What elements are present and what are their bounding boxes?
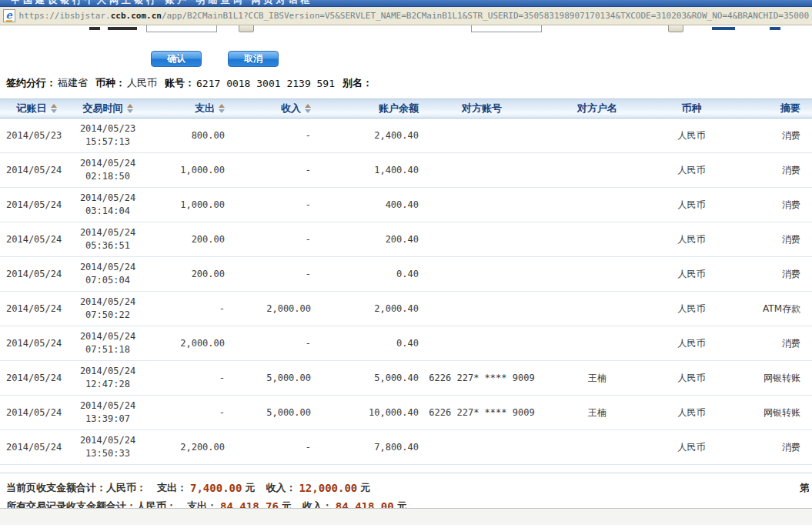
calendar-button[interactable] (239, 25, 254, 32)
in-label: 收入： (266, 481, 296, 495)
cell-balance: 2,000.40 (317, 303, 425, 314)
cell-currency: 人民币 (656, 441, 727, 454)
cell-balance: 2,400.40 (317, 130, 425, 141)
cell-balance: 10,000.40 (317, 407, 425, 418)
cell-balance: 400.40 (317, 199, 425, 210)
col-txn-time[interactable]: 交易时间 (73, 102, 142, 115)
cell-post-date: 2014/05/24 (0, 373, 73, 383)
calendar-button[interactable] (668, 25, 683, 32)
cell-in: - (231, 269, 317, 279)
cell-currency: 人民币 (656, 337, 727, 350)
alias-label: 别名： (343, 76, 373, 90)
sort-icon[interactable] (305, 104, 311, 113)
cell-currency: 人民币 (656, 199, 727, 212)
cell-currency: 人民币 (656, 372, 727, 385)
clipped-link-fragment[interactable] (712, 27, 735, 30)
current-page-total-line: 当前页收支金额合计： 人民币： 支出： 7,400.00 元 收入： 12,00… (0, 473, 812, 500)
end-date-input[interactable] (471, 25, 542, 32)
out-label: 支出： (157, 481, 187, 495)
start-date-input[interactable] (146, 25, 217, 32)
cell-out: 1,000.00 (142, 165, 231, 175)
address-bar[interactable]: e https://ibsbjstar.ccb.com.cn/app/B2CMa… (0, 7, 812, 25)
account-number: 6217 0018 3001 2139 591 (196, 78, 335, 89)
cell-summary: ATM存款 (727, 302, 812, 316)
clipped-label-fragment (89, 27, 100, 30)
cell-balance: 0.40 (317, 338, 425, 349)
unit: 元 (360, 481, 370, 495)
table-row[interactable]: 2014/05/24 2014/05/2407:50:22 - 2,000.00… (0, 292, 812, 326)
cell-txn-time: 2014/05/2407:51:18 (73, 330, 142, 356)
branch-value: 福建省 (58, 76, 88, 90)
in-total: 84,418.00 (336, 500, 394, 508)
table-row[interactable]: 2014/05/24 2014/05/2407:51:18 2,000.00 -… (0, 326, 812, 361)
cell-balance: 1,400.40 (317, 165, 425, 175)
clipped-label-fragment (108, 27, 137, 30)
cell-txn-time: 2014/05/2413:39:07 (73, 399, 142, 426)
cell-summary: 消费 (727, 129, 812, 142)
col-out[interactable]: 支出 (142, 102, 231, 115)
in-label: 收入： (302, 500, 332, 508)
cell-currency: 人民币 (656, 268, 727, 281)
clipped-link-fragment[interactable] (770, 27, 780, 30)
branch-label: 签约分行： (6, 76, 56, 90)
cell-cp-account: 6226 227* **** 9009 (425, 373, 539, 383)
dialog-bottom-band (0, 508, 812, 525)
account-info-line: 签约分行： 福建省 币种： 人民币 账号： 6217 0018 3001 213… (6, 76, 812, 90)
cell-out: 1,000.00 (142, 199, 231, 210)
cell-post-date: 2014/05/24 (0, 338, 73, 349)
out-total: 84,418.76 (220, 500, 279, 508)
cell-in: 5,000.00 (231, 373, 317, 383)
cell-in: - (231, 338, 317, 349)
sort-icon[interactable] (51, 104, 57, 113)
cell-summary: 消费 (727, 199, 812, 212)
table-row[interactable]: 2014/05/24 2014/05/2403:14:04 1,000.00 -… (0, 188, 812, 222)
all-records-total-line-clipped: 所有交易记录收支金额合计： 人民币： 支出： 84,418.76 元 收入： 8… (0, 500, 812, 508)
cell-post-date: 2014/05/24 (0, 165, 73, 175)
table-row[interactable]: 2014/05/23 2014/05/2315:57:13 800.00 - 2… (0, 119, 812, 153)
cell-summary: 网银转账 (727, 406, 812, 419)
cell-out: - (142, 407, 231, 418)
confirm-button[interactable]: 确认 (151, 51, 202, 67)
unit: 元 (245, 481, 255, 495)
out-total: 7,400.00 (190, 482, 242, 494)
in-total: 12,000.00 (299, 482, 357, 494)
account-number-label: 账号： (165, 76, 195, 90)
col-in[interactable]: 收入 (231, 102, 317, 115)
clipped-form-row (0, 25, 812, 34)
cancel-button[interactable]: 取消 (228, 51, 279, 67)
col-cp-account: 对方账号 (425, 102, 539, 115)
table-row[interactable]: 2014/05/24 2014/05/2413:39:07 - 5,000.00… (0, 396, 812, 430)
cell-currency: 人民币 (656, 164, 727, 177)
cell-txn-time: 2014/05/2403:14:04 (73, 192, 142, 218)
cell-balance: 0.40 (317, 269, 425, 279)
cell-txn-time: 2014/05/2405:36:51 (73, 226, 142, 252)
col-post-date[interactable]: 记账日 (0, 102, 73, 115)
cell-post-date: 2014/05/24 (0, 407, 73, 418)
url-text[interactable]: https://ibsbjstar.ccb.com.cn/app/B2CMain… (19, 11, 809, 21)
cell-summary: 消费 (727, 337, 812, 350)
internet-explorer-icon: e (3, 9, 15, 22)
cell-cp-account: 6226 227* **** 9009 (425, 407, 539, 418)
cell-post-date: 2014/05/24 (0, 269, 73, 279)
cell-out: 200.00 (142, 269, 231, 279)
table-row[interactable]: 2014/05/24 2014/05/2413:50:33 2,200.00 -… (0, 430, 812, 465)
cell-cp-name: 王楠 (539, 406, 656, 419)
total-currency: 人民币： (136, 500, 176, 508)
sort-icon[interactable] (127, 104, 133, 113)
sort-icon[interactable] (219, 104, 225, 113)
unit: 元 (282, 500, 292, 508)
table-row[interactable]: 2014/05/24 2014/05/2402:18:50 1,000.00 -… (0, 153, 812, 188)
cell-balance: 5,000.40 (317, 373, 425, 383)
table-row[interactable]: 2014/05/24 2014/05/2412:47:28 - 5,000.00… (0, 361, 812, 396)
out-label: 支出： (187, 500, 217, 508)
table-header: 记账日 交易时间 支出 收入 账户余额 对方账号 对方户名 币种 摘要 (0, 99, 812, 119)
cell-txn-time: 2014/05/2407:05:04 (73, 261, 142, 287)
table-row[interactable]: 2014/05/24 2014/05/2407:05:04 200.00 - 0… (0, 257, 812, 292)
table-row[interactable]: 2014/05/24 2014/05/2405:36:51 200.00 - 2… (0, 222, 812, 257)
cell-summary: 消费 (727, 268, 812, 281)
cell-in: - (231, 130, 317, 141)
cell-in: 5,000.00 (231, 407, 317, 418)
cell-txn-time: 2014/05/2315:57:13 (73, 122, 142, 149)
cell-summary: 消费 (727, 233, 812, 246)
cell-post-date: 2014/05/24 (0, 303, 73, 314)
